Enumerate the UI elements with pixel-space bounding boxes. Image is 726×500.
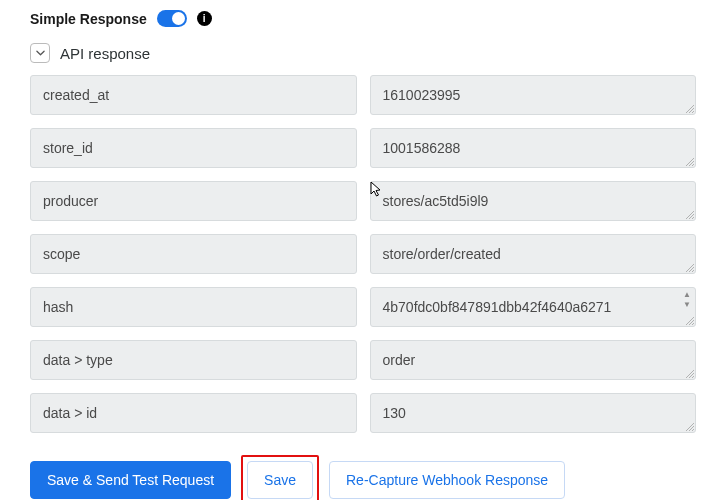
section-title: API response: [60, 45, 150, 62]
simple-response-toggle[interactable]: [157, 10, 187, 27]
field-key-input[interactable]: hash: [30, 287, 357, 327]
field-row: data > typeorder: [30, 340, 696, 380]
field-key-input[interactable]: scope: [30, 234, 357, 274]
info-icon[interactable]: i: [197, 11, 212, 26]
field-row: hash4b70fdc0bf847891dbb42f4640a6271▲▼: [30, 287, 696, 327]
field-row: store_id1001586288: [30, 128, 696, 168]
field-key-input[interactable]: created_at: [30, 75, 357, 115]
collapse-toggle[interactable]: [30, 43, 50, 63]
toggle-knob: [172, 12, 185, 25]
field-row: producerstores/ac5td5i9l9: [30, 181, 696, 221]
save-button-highlight: Save: [241, 455, 319, 500]
save-send-test-request-button[interactable]: Save & Send Test Request: [30, 461, 231, 499]
field-row: scopestore/order/created: [30, 234, 696, 274]
field-value-input[interactable]: 4b70fdc0bf847891dbb42f4640a6271: [370, 287, 697, 327]
field-key-input[interactable]: data > id: [30, 393, 357, 433]
field-key-input[interactable]: producer: [30, 181, 357, 221]
field-value-input[interactable]: 130: [370, 393, 697, 433]
field-value-input[interactable]: store/order/created: [370, 234, 697, 274]
field-key-input[interactable]: data > type: [30, 340, 357, 380]
field-value-input[interactable]: stores/ac5td5i9l9: [370, 181, 697, 221]
field-value-input[interactable]: order: [370, 340, 697, 380]
section-header: API response: [30, 43, 696, 63]
field-value-input[interactable]: 1610023995: [370, 75, 697, 115]
buttons-row: Save & Send Test Request Save Re-Capture…: [30, 455, 696, 500]
header-row: Simple Response i: [30, 10, 696, 27]
field-row: created_at1610023995: [30, 75, 696, 115]
field-value-input[interactable]: 1001586288: [370, 128, 697, 168]
fields-list: created_at1610023995store_id1001586288pr…: [30, 75, 696, 433]
field-key-input[interactable]: store_id: [30, 128, 357, 168]
recapture-webhook-response-button[interactable]: Re-Capture Webhook Response: [329, 461, 565, 499]
simple-response-label: Simple Response: [30, 11, 147, 27]
save-button[interactable]: Save: [247, 461, 313, 499]
chevron-down-icon: [36, 50, 45, 56]
field-row: data > id130: [30, 393, 696, 433]
